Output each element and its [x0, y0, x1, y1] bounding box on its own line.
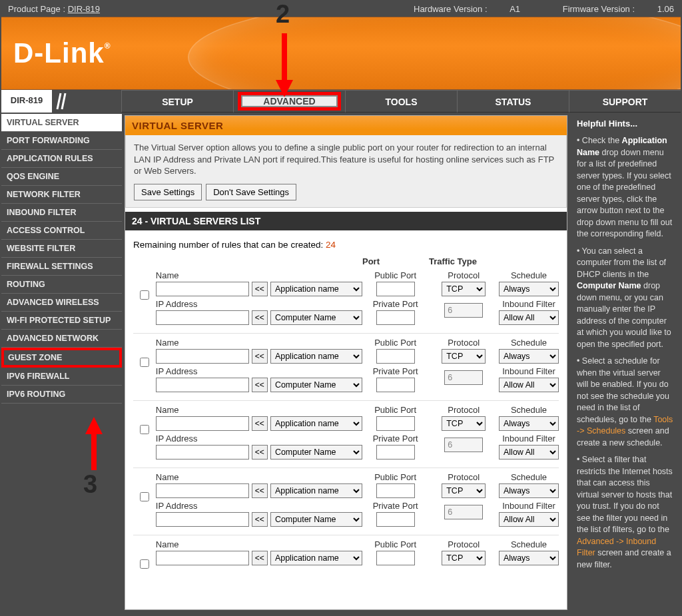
private-port-label: Private Port — [373, 434, 418, 444]
private-port-input[interactable] — [376, 310, 415, 325]
schedule-label: Schedule — [511, 270, 547, 280]
inbound-filter-select[interactable]: Allow All — [499, 512, 559, 527]
schedule-label: Schedule — [511, 472, 547, 482]
application-name-select[interactable]: Application name — [270, 416, 362, 431]
inbound-filter-label: Inbound Filter — [502, 299, 555, 309]
name-input[interactable] — [156, 349, 249, 364]
ip-input[interactable] — [156, 445, 249, 460]
sidebar-item-firewall-settings[interactable]: FIREWALL SETTINGS — [1, 258, 122, 276]
row-enable-checkbox[interactable] — [140, 290, 149, 300]
product-page-value[interactable]: DIR-819 — [68, 4, 100, 14]
inbound-filter-label: Inbound Filter — [502, 434, 555, 444]
protocol-number-input[interactable] — [444, 370, 483, 385]
private-port-input[interactable] — [376, 445, 415, 460]
name-input[interactable] — [156, 416, 249, 431]
protocol-select[interactable]: TCP — [442, 349, 486, 364]
schedule-select[interactable]: Always — [499, 483, 559, 498]
protocol-select[interactable]: TCP — [442, 416, 486, 431]
protocol-select[interactable]: TCP — [442, 483, 486, 498]
sidebar-item-advanced-wireless[interactable]: ADVANCED WIRELESS — [1, 294, 122, 312]
public-port-label: Public Port — [374, 539, 416, 549]
sidebar-item-network-filter[interactable]: NETWORK FILTER — [1, 186, 122, 204]
protocol-select[interactable]: TCP — [442, 282, 486, 296]
save-settings-button[interactable]: Save Settings — [134, 184, 202, 200]
tab-advanced[interactable]: ADVANCED — [233, 90, 345, 113]
app-name-apply-button[interactable]: << — [252, 349, 268, 364]
ip-input[interactable] — [156, 310, 249, 325]
schedule-select[interactable]: Always — [499, 282, 559, 296]
application-name-select[interactable]: Application name — [270, 282, 362, 296]
sidebar-item-guest-zone[interactable]: GUEST ZONE — [1, 348, 122, 368]
section-title: VIRTUAL SERVER — [125, 116, 567, 135]
app-name-apply-button[interactable]: << — [252, 551, 268, 565]
computer-name-select[interactable]: Computer Name — [270, 310, 362, 325]
application-name-select[interactable]: Application name — [270, 551, 362, 565]
row-enable-checkbox[interactable] — [140, 358, 149, 367]
sidebar-item-access-control[interactable]: ACCESS CONTROL — [1, 222, 122, 240]
name-label: Name — [156, 472, 362, 482]
sidebar-item-wifi-protected-setup[interactable]: WI-FI PROTECTED SETUP — [1, 312, 122, 330]
inbound-filter-select[interactable]: Allow All — [499, 445, 559, 460]
application-name-select[interactable]: Application name — [270, 483, 362, 498]
ip-label: IP Address — [156, 299, 362, 309]
sidebar-item-advanced-network[interactable]: ADVANCED NETWORK — [1, 330, 122, 348]
virtual-server-row: Name << Application name IP Address << C… — [133, 400, 559, 467]
computer-name-apply-button[interactable]: << — [252, 445, 268, 460]
schedule-select[interactable]: Always — [499, 349, 559, 364]
inbound-filter-select[interactable]: Allow All — [499, 310, 559, 325]
tab-support[interactable]: SUPPORT — [569, 90, 681, 113]
row-enable-checkbox[interactable] — [140, 559, 149, 569]
name-input[interactable] — [156, 551, 249, 565]
ip-input[interactable] — [156, 512, 249, 527]
computer-name-apply-button[interactable]: << — [252, 378, 268, 392]
inbound-filter-select[interactable]: Allow All — [499, 378, 559, 392]
public-port-input[interactable] — [376, 483, 415, 498]
application-name-select[interactable]: Application name — [270, 349, 362, 364]
schedule-select[interactable]: Always — [499, 416, 559, 431]
row-enable-checkbox[interactable] — [140, 492, 149, 501]
private-port-input[interactable] — [376, 512, 415, 527]
computer-name-select[interactable]: Computer Name — [270, 378, 362, 392]
schedule-select[interactable]: Always — [499, 551, 559, 565]
public-port-input[interactable] — [376, 349, 415, 364]
name-label: Name — [156, 338, 362, 348]
sidebar-item-qos-engine[interactable]: QOS ENGINE — [1, 168, 122, 186]
sidebar-item-application-rules[interactable]: APPLICATION RULES — [1, 150, 122, 168]
protocol-number-input[interactable] — [444, 303, 483, 318]
virtual-server-row: Name << Application name IP Address << C… — [133, 333, 559, 400]
sidebar-item-inbound-filter[interactable]: INBOUND FILTER — [1, 204, 122, 222]
name-input[interactable] — [156, 282, 249, 296]
sidebar-item-routing[interactable]: ROUTING — [1, 276, 122, 294]
hw-version-label: Hardware Version : — [414, 4, 490, 14]
model-divider-icon — [52, 90, 71, 113]
protocol-number-input[interactable] — [444, 505, 483, 519]
public-port-input[interactable] — [376, 416, 415, 431]
ip-input[interactable] — [156, 378, 249, 392]
protocol-number-input[interactable] — [444, 438, 483, 452]
sidebar-item-port-forwarding[interactable]: PORT FORWARDING — [1, 132, 122, 150]
protocol-select[interactable]: TCP — [442, 551, 486, 565]
name-input[interactable] — [156, 483, 249, 498]
dont-save-settings-button[interactable]: Don't Save Settings — [206, 184, 296, 200]
computer-name-select[interactable]: Computer Name — [270, 445, 362, 460]
sidebar-item-virtual-server[interactable]: VIRTUAL SERVER — [1, 114, 122, 132]
computer-name-apply-button[interactable]: << — [252, 512, 268, 527]
tab-status[interactable]: STATUS — [457, 90, 569, 113]
tab-tools[interactable]: TOOLS — [345, 90, 457, 113]
computer-name-select[interactable]: Computer Name — [270, 512, 362, 527]
app-name-apply-button[interactable]: << — [252, 282, 268, 296]
sidebar-item-ipv6-routing[interactable]: IPV6 ROUTING — [1, 386, 122, 404]
computer-name-apply-button[interactable]: << — [252, 310, 268, 325]
section-description: The Virtual Server option allows you to … — [134, 142, 558, 177]
tab-setup[interactable]: SETUP — [121, 90, 233, 113]
hw-version-value: A1 — [510, 4, 520, 14]
app-name-apply-button[interactable]: << — [252, 483, 268, 498]
row-enable-checkbox[interactable] — [140, 425, 149, 434]
public-port-input[interactable] — [376, 551, 415, 565]
public-port-input[interactable] — [376, 282, 415, 296]
private-port-input[interactable] — [376, 378, 415, 392]
sidebar-item-ipv6-firewall[interactable]: IPV6 FIREWALL — [1, 368, 122, 386]
sidebar-item-website-filter[interactable]: WEBSITE FILTER — [1, 240, 122, 258]
hint-2: • You can select a computer from the lis… — [577, 246, 674, 351]
app-name-apply-button[interactable]: << — [252, 416, 268, 431]
